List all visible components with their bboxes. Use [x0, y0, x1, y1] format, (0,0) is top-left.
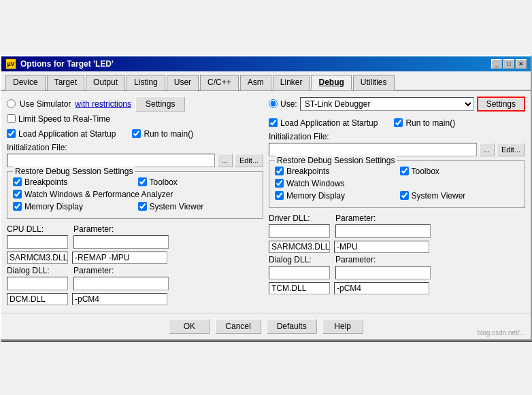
tab-linker[interactable]: Linker	[273, 75, 310, 90]
right-bp-checkbox[interactable]	[275, 167, 284, 175]
tab-listing[interactable]: Listing	[127, 75, 165, 90]
right-init-section: Initialization File: ... Edit...	[269, 132, 525, 156]
left-sysview-checkbox[interactable]	[138, 202, 147, 211]
left-cpu-param-input[interactable]	[73, 235, 169, 249]
right-watch-row: Watch Windows	[275, 179, 519, 188]
debugger-select[interactable]: ST-Link Debugger	[300, 97, 474, 111]
right-init-input[interactable]	[269, 143, 477, 156]
left-mem-row: Memory Display	[13, 202, 133, 211]
left-watch-row: Watch Windows & Performance Analyzer	[13, 190, 257, 199]
right-mem-row: Memory Display	[275, 191, 395, 201]
right-sysview-checkbox[interactable]	[400, 191, 409, 200]
tab-utilities[interactable]: Utilities	[353, 75, 395, 90]
tab-output[interactable]: Output	[86, 75, 125, 90]
left-toolbox-checkbox[interactable]	[138, 177, 147, 186]
title-controls: _ □ ✕	[491, 59, 527, 69]
tab-cpp[interactable]: C/C++	[200, 75, 239, 90]
left-bp-checkbox[interactable]	[13, 177, 22, 186]
restrictions-link[interactable]: with restrictions	[75, 99, 131, 109]
right-toolbox-checkbox[interactable]	[400, 167, 409, 175]
left-panel: Use Simulator with restrictions Settings…	[7, 97, 263, 307]
simulator-label: Use Simulator	[20, 99, 71, 109]
right-edit-button[interactable]: Edit...	[497, 143, 525, 156]
right-run-main-checkbox[interactable]	[394, 118, 403, 127]
title-bar-left: µV Options for Target 'LED'	[5, 58, 114, 69]
maximize-button[interactable]: □	[503, 59, 514, 69]
left-dialog-param-col: Parameter:	[73, 266, 169, 290]
right-init-row: ... Edit...	[269, 143, 525, 156]
right-group-content: Breakpoints Toolbox Watch Windows	[275, 167, 519, 202]
left-dialog-param-value: -pCM4	[72, 293, 167, 305]
close-button[interactable]: ✕	[516, 59, 527, 69]
left-init-input[interactable]	[7, 154, 215, 167]
left-cpu-dll-input[interactable]	[7, 235, 68, 249]
left-sysview-row: System Viewer	[138, 202, 258, 211]
right-dialog-dll-input[interactable]	[269, 266, 330, 279]
left-init-row: ... Edit...	[7, 154, 263, 167]
right-toolbox-label: Toolbox	[412, 167, 439, 176]
left-init-section: Initialization File: ... Edit...	[7, 143, 263, 167]
left-group-content: Breakpoints Toolbox Watch Windows & Perf…	[13, 177, 257, 213]
tab-user[interactable]: User	[167, 75, 199, 90]
limit-speed-row: Limit Speed to Real-Time	[7, 114, 263, 124]
right-toolbox-row: Toolbox	[400, 167, 520, 176]
cancel-button[interactable]: Cancel	[215, 319, 261, 334]
left-watch-label: Watch Windows & Performance Analyzer	[24, 190, 173, 199]
left-dialog-dll-input[interactable]	[7, 277, 68, 290]
left-dialog-dll-col: Dialog DLL:	[7, 266, 68, 290]
tab-target[interactable]: Target	[47, 75, 84, 90]
left-watch-checkbox[interactable]	[13, 190, 22, 199]
tab-device[interactable]: Device	[5, 75, 46, 90]
defaults-button[interactable]: Defaults	[267, 319, 317, 334]
left-browse-button[interactable]: ...	[217, 154, 233, 167]
right-driver-dll-row: Driver DLL: Parameter:	[269, 213, 525, 238]
left-load-app-checkbox[interactable]	[7, 129, 16, 138]
left-dialog-param-input[interactable]	[73, 277, 169, 290]
left-dialog-dll-value: DCM.DLL	[7, 293, 68, 305]
left-load-app-row: Load Application at Startup Run to main(…	[7, 129, 263, 139]
right-dialog-dll-value: TCM.DLL	[269, 282, 330, 294]
left-settings-button[interactable]: Settings	[135, 97, 185, 111]
content-area: Use Simulator with restrictions Settings…	[1, 91, 531, 313]
right-settings-button[interactable]: Settings	[477, 97, 525, 111]
watermark: blog.csdn.net/...	[477, 329, 525, 337]
right-dialog-param-label: Parameter:	[335, 255, 431, 264]
right-driver-dll-label: Driver DLL:	[269, 213, 330, 223]
simulator-row: Use Simulator with restrictions Settings	[7, 97, 263, 111]
limit-speed-checkbox[interactable]	[7, 114, 16, 123]
left-mem-checkbox[interactable]	[13, 202, 22, 211]
tab-debug[interactable]: Debug	[311, 75, 351, 90]
title-bar: µV Options for Target 'LED' _ □ ✕	[1, 56, 531, 71]
right-browse-button[interactable]: ...	[479, 143, 495, 156]
right-load-app-checkbox[interactable]	[269, 118, 278, 127]
ok-button[interactable]: OK	[169, 319, 210, 334]
simulator-radio[interactable]	[7, 99, 16, 108]
help-button[interactable]: Help	[322, 319, 363, 334]
right-driver-param-input[interactable]	[335, 224, 431, 238]
left-load-app-label: Load Application at Startup	[18, 129, 116, 139]
right-mem-checkbox[interactable]	[275, 191, 284, 200]
left-mem-label: Memory Display	[24, 202, 83, 211]
left-run-main-checkbox[interactable]	[132, 129, 141, 138]
right-dialog-dll-row: Dialog DLL: Parameter:	[269, 255, 525, 279]
left-toolbox-row: Toolbox	[138, 177, 258, 187]
right-driver-param-col: Parameter:	[335, 213, 431, 238]
right-panel: Use: ST-Link Debugger Settings Load Appl…	[269, 97, 525, 307]
right-run-main-label: Run to main()	[405, 118, 455, 128]
tab-asm[interactable]: Asm	[240, 75, 271, 90]
minimize-button[interactable]: _	[491, 59, 502, 69]
left-sysview-label: System Viewer	[150, 202, 204, 211]
left-edit-button[interactable]: Edit...	[235, 154, 263, 167]
two-column-layout: Use Simulator with restrictions Settings…	[7, 97, 525, 307]
right-dialog-param-input[interactable]	[335, 266, 431, 279]
use-label: Use:	[280, 99, 297, 109]
right-driver-dll-input[interactable]	[269, 224, 330, 238]
right-watch-checkbox[interactable]	[275, 179, 284, 188]
left-restore-group-label: Restore Debug Session Settings	[13, 167, 135, 176]
left-dll-section: CPU DLL: Parameter: SARMCM3.DLL -REMAP -…	[7, 224, 263, 305]
right-init-label: Initialization File:	[269, 132, 525, 141]
limit-speed-label: Limit Speed to Real-Time	[18, 114, 110, 124]
right-dialog-dll-col: Dialog DLL:	[269, 255, 330, 279]
left-run-main-label: Run to main()	[144, 129, 193, 139]
use-radio[interactable]	[269, 99, 278, 108]
